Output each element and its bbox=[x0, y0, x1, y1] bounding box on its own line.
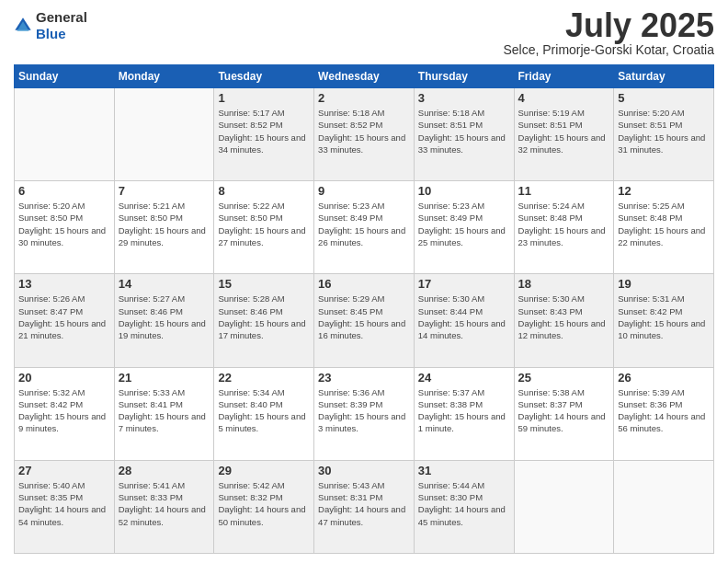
page: General Blue July 2025 Selce, Primorje-G… bbox=[0, 0, 728, 563]
day-number: 24 bbox=[418, 371, 510, 385]
day-detail: Sunrise: 5:28 AM Sunset: 8:46 PM Dayligh… bbox=[218, 293, 310, 341]
title-block: July 2025 Selce, Primorje-Gorski Kotar, … bbox=[503, 9, 714, 57]
day-number: 5 bbox=[618, 91, 710, 105]
day-detail: Sunrise: 5:18 AM Sunset: 8:52 PM Dayligh… bbox=[318, 107, 410, 155]
day-number: 30 bbox=[318, 464, 410, 477]
day-number: 9 bbox=[318, 184, 410, 198]
day-number: 23 bbox=[318, 371, 410, 385]
day-number: 26 bbox=[618, 371, 710, 385]
day-number: 21 bbox=[119, 371, 210, 385]
logo-blue: Blue bbox=[36, 26, 66, 41]
calendar-cell: 3Sunrise: 5:18 AM Sunset: 8:51 PM Daylig… bbox=[414, 88, 514, 181]
day-detail: Sunrise: 5:41 AM Sunset: 8:33 PM Dayligh… bbox=[119, 479, 210, 528]
day-number: 18 bbox=[518, 277, 610, 291]
day-detail: Sunrise: 5:18 AM Sunset: 8:51 PM Dayligh… bbox=[418, 107, 510, 155]
day-detail: Sunrise: 5:26 AM Sunset: 8:47 PM Dayligh… bbox=[18, 293, 110, 341]
calendar-cell: 9Sunrise: 5:23 AM Sunset: 8:49 PM Daylig… bbox=[314, 181, 415, 274]
calendar-cell: 20Sunrise: 5:32 AM Sunset: 8:42 PM Dayli… bbox=[15, 367, 115, 460]
day-detail: Sunrise: 5:29 AM Sunset: 8:45 PM Dayligh… bbox=[318, 293, 410, 341]
calendar-cell: 15Sunrise: 5:28 AM Sunset: 8:46 PM Dayli… bbox=[214, 274, 314, 367]
weekday-header-saturday: Saturday bbox=[614, 65, 714, 88]
day-detail: Sunrise: 5:38 AM Sunset: 8:37 PM Dayligh… bbox=[518, 386, 610, 435]
calendar-cell: 18Sunrise: 5:30 AM Sunset: 8:43 PM Dayli… bbox=[514, 274, 614, 367]
calendar-cell: 27Sunrise: 5:40 AM Sunset: 8:35 PM Dayli… bbox=[15, 460, 115, 553]
calendar-cell bbox=[15, 88, 115, 181]
calendar-cell: 12Sunrise: 5:25 AM Sunset: 8:48 PM Dayli… bbox=[614, 181, 714, 274]
day-detail: Sunrise: 5:21 AM Sunset: 8:50 PM Dayligh… bbox=[119, 200, 210, 248]
logo-text: General Blue bbox=[36, 9, 87, 42]
logo-general: General bbox=[36, 9, 87, 25]
calendar-week-2: 6Sunrise: 5:20 AM Sunset: 8:50 PM Daylig… bbox=[15, 181, 714, 274]
day-detail: Sunrise: 5:25 AM Sunset: 8:48 PM Dayligh… bbox=[618, 200, 710, 248]
day-number: 2 bbox=[318, 91, 410, 105]
calendar-cell: 2Sunrise: 5:18 AM Sunset: 8:52 PM Daylig… bbox=[314, 88, 415, 181]
day-detail: Sunrise: 5:17 AM Sunset: 8:52 PM Dayligh… bbox=[218, 107, 310, 155]
weekday-header-tuesday: Tuesday bbox=[214, 65, 314, 88]
day-number: 8 bbox=[218, 184, 310, 198]
calendar-cell: 1Sunrise: 5:17 AM Sunset: 8:52 PM Daylig… bbox=[214, 88, 314, 181]
calendar-cell bbox=[614, 460, 714, 553]
day-detail: Sunrise: 5:30 AM Sunset: 8:43 PM Dayligh… bbox=[518, 293, 610, 341]
day-number: 22 bbox=[218, 371, 310, 385]
day-number: 3 bbox=[418, 91, 510, 105]
calendar-cell: 19Sunrise: 5:31 AM Sunset: 8:42 PM Dayli… bbox=[614, 274, 714, 367]
calendar-cell: 26Sunrise: 5:39 AM Sunset: 8:36 PM Dayli… bbox=[614, 367, 714, 460]
day-detail: Sunrise: 5:20 AM Sunset: 8:50 PM Dayligh… bbox=[18, 200, 110, 248]
day-detail: Sunrise: 5:44 AM Sunset: 8:30 PM Dayligh… bbox=[418, 479, 510, 528]
calendar-cell bbox=[114, 88, 214, 181]
calendar-week-3: 13Sunrise: 5:26 AM Sunset: 8:47 PM Dayli… bbox=[15, 274, 714, 367]
day-detail: Sunrise: 5:36 AM Sunset: 8:39 PM Dayligh… bbox=[318, 386, 410, 435]
calendar-cell: 8Sunrise: 5:22 AM Sunset: 8:50 PM Daylig… bbox=[214, 181, 314, 274]
title-location: Selce, Primorje-Gorski Kotar, Croatia bbox=[503, 42, 714, 57]
day-number: 15 bbox=[218, 277, 310, 291]
calendar-cell: 13Sunrise: 5:26 AM Sunset: 8:47 PM Dayli… bbox=[15, 274, 115, 367]
calendar-cell: 24Sunrise: 5:37 AM Sunset: 8:38 PM Dayli… bbox=[414, 367, 514, 460]
calendar-cell: 23Sunrise: 5:36 AM Sunset: 8:39 PM Dayli… bbox=[314, 367, 415, 460]
day-number: 11 bbox=[518, 184, 610, 198]
day-number: 25 bbox=[518, 371, 610, 385]
calendar-cell: 7Sunrise: 5:21 AM Sunset: 8:50 PM Daylig… bbox=[114, 181, 214, 274]
calendar-cell: 10Sunrise: 5:23 AM Sunset: 8:49 PM Dayli… bbox=[414, 181, 514, 274]
calendar-cell: 21Sunrise: 5:33 AM Sunset: 8:41 PM Dayli… bbox=[114, 367, 214, 460]
calendar-cell: 29Sunrise: 5:42 AM Sunset: 8:32 PM Dayli… bbox=[214, 460, 314, 553]
day-number: 13 bbox=[18, 277, 110, 291]
calendar-cell: 5Sunrise: 5:20 AM Sunset: 8:51 PM Daylig… bbox=[614, 88, 714, 181]
day-detail: Sunrise: 5:22 AM Sunset: 8:50 PM Dayligh… bbox=[218, 200, 310, 248]
day-number: 12 bbox=[618, 184, 710, 198]
calendar-cell: 11Sunrise: 5:24 AM Sunset: 8:48 PM Dayli… bbox=[514, 181, 614, 274]
day-detail: Sunrise: 5:43 AM Sunset: 8:31 PM Dayligh… bbox=[318, 479, 410, 528]
day-number: 17 bbox=[418, 277, 510, 291]
day-number: 1 bbox=[218, 91, 310, 105]
weekday-header-friday: Friday bbox=[514, 65, 614, 88]
calendar-cell: 17Sunrise: 5:30 AM Sunset: 8:44 PM Dayli… bbox=[414, 274, 514, 367]
calendar-cell: 25Sunrise: 5:38 AM Sunset: 8:37 PM Dayli… bbox=[514, 367, 614, 460]
day-detail: Sunrise: 5:33 AM Sunset: 8:41 PM Dayligh… bbox=[119, 386, 210, 435]
day-number: 29 bbox=[218, 464, 310, 477]
day-number: 10 bbox=[418, 184, 510, 198]
calendar-cell: 30Sunrise: 5:43 AM Sunset: 8:31 PM Dayli… bbox=[314, 460, 415, 553]
day-number: 6 bbox=[18, 184, 110, 198]
calendar-cell bbox=[514, 460, 614, 553]
weekday-header-monday: Monday bbox=[114, 65, 214, 88]
calendar-cell: 16Sunrise: 5:29 AM Sunset: 8:45 PM Dayli… bbox=[314, 274, 415, 367]
calendar-header-row: SundayMondayTuesdayWednesdayThursdayFrid… bbox=[15, 65, 714, 88]
calendar-cell: 6Sunrise: 5:20 AM Sunset: 8:50 PM Daylig… bbox=[15, 181, 115, 274]
day-number: 4 bbox=[518, 91, 610, 105]
calendar-week-1: 1Sunrise: 5:17 AM Sunset: 8:52 PM Daylig… bbox=[15, 88, 714, 181]
day-detail: Sunrise: 5:24 AM Sunset: 8:48 PM Dayligh… bbox=[518, 200, 610, 248]
day-detail: Sunrise: 5:39 AM Sunset: 8:36 PM Dayligh… bbox=[618, 386, 710, 435]
calendar-week-4: 20Sunrise: 5:32 AM Sunset: 8:42 PM Dayli… bbox=[15, 367, 714, 460]
calendar-cell: 28Sunrise: 5:41 AM Sunset: 8:33 PM Dayli… bbox=[114, 460, 214, 553]
day-detail: Sunrise: 5:37 AM Sunset: 8:38 PM Dayligh… bbox=[418, 386, 510, 435]
weekday-header-sunday: Sunday bbox=[15, 65, 115, 88]
day-number: 28 bbox=[119, 464, 210, 477]
header: General Blue July 2025 Selce, Primorje-G… bbox=[14, 9, 714, 57]
day-detail: Sunrise: 5:27 AM Sunset: 8:46 PM Dayligh… bbox=[119, 293, 210, 341]
calendar-table: SundayMondayTuesdayWednesdayThursdayFrid… bbox=[14, 64, 714, 554]
calendar-cell: 31Sunrise: 5:44 AM Sunset: 8:30 PM Dayli… bbox=[414, 460, 514, 553]
calendar-week-5: 27Sunrise: 5:40 AM Sunset: 8:35 PM Dayli… bbox=[15, 460, 714, 553]
day-detail: Sunrise: 5:23 AM Sunset: 8:49 PM Dayligh… bbox=[418, 200, 510, 248]
day-detail: Sunrise: 5:32 AM Sunset: 8:42 PM Dayligh… bbox=[18, 386, 110, 435]
day-detail: Sunrise: 5:23 AM Sunset: 8:49 PM Dayligh… bbox=[318, 200, 410, 248]
logo: General Blue bbox=[14, 9, 87, 42]
